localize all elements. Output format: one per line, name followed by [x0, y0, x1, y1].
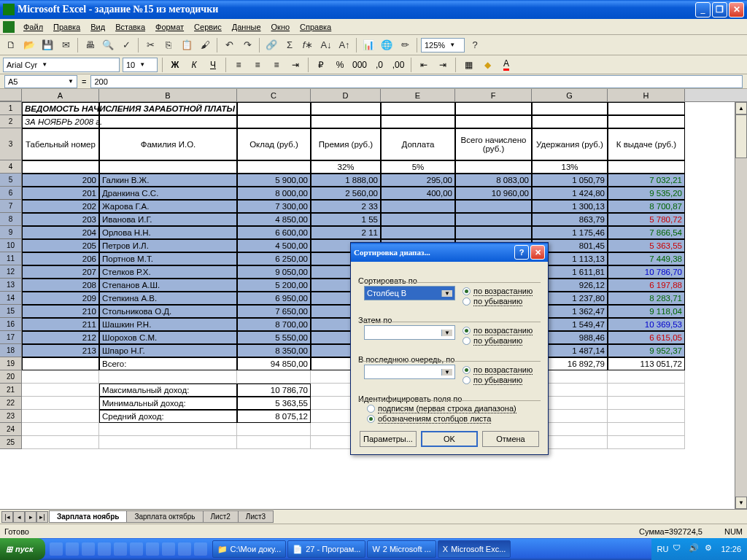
- sort-column-1[interactable]: Столбец B▼: [364, 286, 455, 300]
- inc-indent-icon[interactable]: ⇥: [435, 57, 451, 73]
- cell[interactable]: [99, 160, 237, 174]
- cell[interactable]: 6 250,00: [237, 252, 311, 265]
- ql-icon[interactable]: [146, 542, 159, 556]
- borders-icon[interactable]: ▦: [460, 57, 476, 73]
- cell[interactable]: 9 952,37: [608, 344, 685, 357]
- col-B[interactable]: B: [99, 89, 237, 101]
- row-header[interactable]: 23: [0, 410, 22, 423]
- cell[interactable]: 1 300,13: [532, 200, 608, 213]
- row-header[interactable]: 20: [0, 370, 22, 384]
- cell[interactable]: 211: [22, 318, 99, 331]
- params-button[interactable]: Параметры...: [360, 431, 417, 447]
- lang-indicator[interactable]: RU: [657, 545, 669, 553]
- cell[interactable]: 201: [22, 187, 99, 200]
- header-cell[interactable]: Удержания (руб.): [532, 128, 608, 160]
- cell[interactable]: [237, 115, 311, 128]
- format-painter-icon[interactable]: 🖌: [197, 37, 213, 53]
- cell[interactable]: 208: [22, 279, 99, 292]
- chart-icon[interactable]: 📊: [360, 37, 376, 53]
- help-icon[interactable]: ?: [467, 37, 483, 53]
- cell[interactable]: 1 175,46: [532, 226, 608, 239]
- cell[interactable]: 8 700,00: [237, 318, 311, 331]
- cell[interactable]: [608, 397, 685, 410]
- tab-first-icon[interactable]: |◂: [1, 511, 13, 523]
- tab-last-icon[interactable]: ▸|: [36, 511, 48, 523]
- row-header[interactable]: 7: [0, 200, 22, 213]
- cell[interactable]: 10 369,53: [608, 318, 685, 331]
- inc-decimal-icon[interactable]: ,0: [371, 57, 387, 73]
- cell[interactable]: [381, 213, 455, 226]
- radio-desc-3[interactable]: [462, 376, 471, 384]
- cell[interactable]: [22, 397, 99, 410]
- select-all[interactable]: [0, 89, 22, 101]
- row-header[interactable]: 22: [0, 397, 22, 410]
- row-header[interactable]: 17: [0, 331, 22, 344]
- cell[interactable]: 5 363,55: [608, 239, 685, 252]
- name-box[interactable]: A5▼: [4, 75, 77, 88]
- cell[interactable]: 8 283,71: [608, 292, 685, 305]
- radio-asc-3[interactable]: [462, 366, 471, 374]
- cell[interactable]: 8 000,00: [237, 187, 311, 200]
- cell[interactable]: [22, 436, 99, 449]
- cell[interactable]: 7 300,00: [237, 200, 311, 213]
- cell[interactable]: 9 050,00: [237, 265, 311, 279]
- radio-asc-2[interactable]: [462, 327, 471, 335]
- row-header[interactable]: 5: [0, 174, 22, 187]
- cell[interactable]: Жарова Г.А.: [99, 200, 237, 213]
- radio-desc-2[interactable]: [462, 337, 471, 345]
- preview-icon[interactable]: 🔍: [100, 37, 116, 53]
- col-H[interactable]: H: [608, 89, 685, 101]
- tray-icon[interactable]: 🔊: [689, 543, 700, 555]
- formula-bar[interactable]: 200: [90, 75, 743, 88]
- menu-tools[interactable]: Сервис: [190, 21, 226, 33]
- cell[interactable]: 6 615,05: [608, 331, 685, 344]
- cell[interactable]: [99, 423, 237, 436]
- cut-icon[interactable]: ✂: [142, 37, 158, 53]
- cell[interactable]: Максимальный доход:: [99, 384, 237, 397]
- sheet-tab[interactable]: Лист3: [238, 510, 274, 523]
- cell[interactable]: 6 197,88: [608, 279, 685, 292]
- mail-icon[interactable]: ✉: [58, 37, 74, 53]
- cell[interactable]: Степкина А.В.: [99, 292, 237, 305]
- cell[interactable]: [237, 370, 311, 384]
- cell[interactable]: [455, 200, 532, 213]
- cell[interactable]: 8 083,00: [455, 174, 532, 187]
- cell[interactable]: 6 600,00: [237, 226, 311, 239]
- sortdesc-icon[interactable]: A↑: [336, 37, 352, 53]
- dialog-close-button[interactable]: ✕: [530, 245, 545, 260]
- font-color-icon[interactable]: A: [498, 57, 514, 73]
- radio-header-labels[interactable]: [367, 405, 375, 413]
- taskbar-item[interactable]: XMicrosoft Exc...: [438, 540, 511, 558]
- cell[interactable]: [99, 370, 237, 384]
- row-header[interactable]: 4: [0, 160, 22, 174]
- cell[interactable]: [311, 115, 381, 128]
- sort-column-3[interactable]: ▼: [364, 365, 455, 379]
- ok-button[interactable]: OK: [421, 431, 478, 447]
- cell[interactable]: 2 560,00: [311, 187, 381, 200]
- cell[interactable]: Стелков Р.Х.: [99, 265, 237, 279]
- cell[interactable]: [311, 102, 381, 115]
- radio-asc-1[interactable]: [462, 287, 471, 295]
- cell[interactable]: 207: [22, 265, 99, 279]
- start-button[interactable]: ⊞ пуск: [0, 538, 45, 560]
- cell[interactable]: 7 032,21: [608, 174, 685, 187]
- cell[interactable]: [608, 410, 685, 423]
- cell[interactable]: 94 850,00: [237, 357, 311, 370]
- cell[interactable]: 5 200,00: [237, 279, 311, 292]
- cell[interactable]: Галкин В.Ж.: [99, 174, 237, 187]
- cell[interactable]: 7 866,54: [608, 226, 685, 239]
- menu-file[interactable]: Файл: [19, 21, 47, 33]
- cell[interactable]: Портнов М.Т.: [99, 252, 237, 265]
- fill-color-icon[interactable]: ◆: [479, 57, 495, 73]
- cell[interactable]: [237, 436, 311, 449]
- cell[interactable]: 206: [22, 252, 99, 265]
- sortasc-icon[interactable]: A↓: [318, 37, 334, 53]
- menu-edit[interactable]: Правка: [49, 21, 85, 33]
- tray-icon[interactable]: ⚙: [705, 543, 716, 555]
- cell[interactable]: 202: [22, 200, 99, 213]
- redo-icon[interactable]: ↷: [239, 37, 255, 53]
- header-cell[interactable]: Всего начислено (руб.): [455, 128, 532, 160]
- menu-insert[interactable]: Вставка: [111, 21, 150, 33]
- cell[interactable]: [455, 213, 532, 226]
- row-header[interactable]: 16: [0, 318, 22, 331]
